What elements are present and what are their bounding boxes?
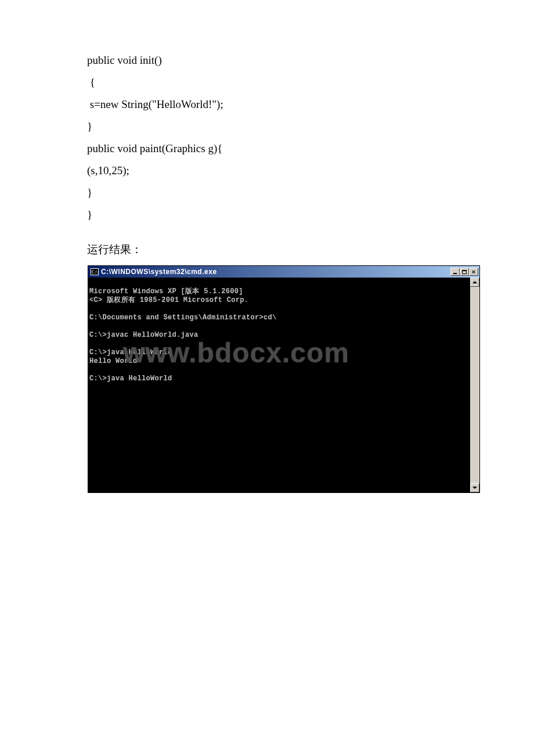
code-line: } bbox=[87, 116, 447, 138]
cmd-body-container: Microsoft Windows XP [版本 5.1.2600] <C> 版… bbox=[88, 278, 479, 492]
code-line: } bbox=[87, 182, 447, 204]
console-line: C:\>javac HelloWorld.java bbox=[89, 331, 199, 339]
console-line: Hello World bbox=[89, 357, 138, 365]
code-line: { bbox=[87, 71, 447, 93]
scroll-up-button[interactable] bbox=[470, 278, 479, 287]
cmd-window: C:\ C:\WINDOWS\system32\cmd.exe × Micros… bbox=[88, 265, 480, 493]
code-line: s=new String("HelloWorld!"); bbox=[87, 93, 447, 116]
code-line: } bbox=[87, 204, 447, 226]
code-line: public void init() bbox=[87, 49, 447, 71]
close-button[interactable]: × bbox=[469, 268, 478, 276]
vertical-scrollbar[interactable] bbox=[470, 278, 479, 492]
console-line: C:\Documents and Settings\Administrator>… bbox=[89, 314, 277, 322]
code-block: public void init() { s=new String("Hello… bbox=[87, 49, 447, 226]
code-line: public void paint(Graphics g){ bbox=[87, 138, 447, 160]
console-line: <C> 版权所有 1985-2001 Microsoft Corp. bbox=[89, 296, 248, 304]
cmd-title-text: C:\WINDOWS\system32\cmd.exe bbox=[101, 268, 450, 276]
minimize-button[interactable] bbox=[450, 268, 460, 276]
cmd-icon: C:\ bbox=[91, 268, 99, 275]
arrow-down-icon bbox=[472, 487, 477, 489]
arrow-up-icon bbox=[472, 281, 477, 283]
scroll-track[interactable] bbox=[470, 287, 479, 483]
window-controls: × bbox=[450, 268, 478, 276]
cmd-output[interactable]: Microsoft Windows XP [版本 5.1.2600] <C> 版… bbox=[88, 278, 470, 492]
cmd-titlebar[interactable]: C:\ C:\WINDOWS\system32\cmd.exe × bbox=[88, 266, 479, 278]
result-label: 运行结果： bbox=[87, 242, 447, 257]
console-line: C:\>java HelloWorld bbox=[89, 348, 172, 357]
maximize-button[interactable] bbox=[460, 268, 469, 276]
console-line: Microsoft Windows XP [版本 5.1.2600] bbox=[89, 287, 243, 296]
console-line: C:\>java HelloWorld bbox=[89, 375, 172, 383]
code-line: (s,10,25); bbox=[87, 160, 447, 182]
document-page: public void init() { s=new String("Hello… bbox=[0, 0, 534, 756]
scroll-down-button[interactable] bbox=[470, 483, 479, 492]
